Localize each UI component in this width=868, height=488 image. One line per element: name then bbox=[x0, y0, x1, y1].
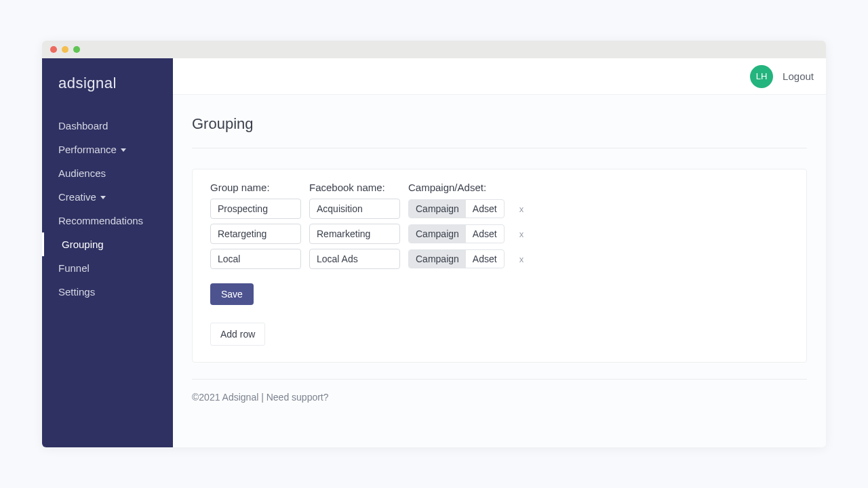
grouping-card: Group name: Facebook name: Campaign/Adse… bbox=[192, 169, 807, 363]
toggle-campaign[interactable]: Campaign bbox=[409, 200, 466, 218]
sidebar-item-label: Grouping bbox=[62, 239, 104, 250]
col-group-name: Group name: bbox=[210, 182, 301, 193]
window-titlebar bbox=[42, 41, 826, 58]
toggle-adset[interactable]: Adset bbox=[466, 250, 504, 268]
sidebar-item-label: Audiences bbox=[58, 167, 106, 179]
sidebar-item-recommendations[interactable]: Recommendations bbox=[42, 209, 173, 232]
toggle-campaign[interactable]: Campaign bbox=[409, 225, 466, 243]
grouping-row: Campaign Adset x bbox=[210, 224, 789, 244]
facebook-name-input[interactable] bbox=[309, 224, 400, 244]
sidebar-nav: Dashboard Performance Audiences Creative… bbox=[42, 114, 173, 304]
window-close-dot[interactable] bbox=[50, 46, 57, 53]
sidebar-item-grouping[interactable]: Grouping bbox=[42, 232, 173, 256]
delete-row-button[interactable]: x bbox=[513, 229, 531, 239]
sidebar-item-label: Settings bbox=[58, 286, 95, 298]
sidebar: adsignal Dashboard Performance Audiences… bbox=[42, 58, 173, 447]
app-window: adsignal Dashboard Performance Audiences… bbox=[42, 41, 826, 447]
sidebar-item-settings[interactable]: Settings bbox=[42, 280, 173, 304]
facebook-name-input[interactable] bbox=[309, 199, 400, 219]
group-name-input[interactable] bbox=[210, 249, 301, 269]
footer-support-link[interactable]: Need support? bbox=[267, 392, 329, 403]
footer-copyright: ©2021 Adsignal bbox=[192, 392, 258, 403]
toggle-campaign[interactable]: Campaign bbox=[409, 250, 466, 268]
footer: ©2021 Adsignal | Need support? bbox=[192, 379, 807, 403]
campaign-adset-toggle: Campaign Adset bbox=[408, 224, 505, 243]
delete-row-button[interactable]: x bbox=[513, 204, 531, 214]
column-headers: Group name: Facebook name: Campaign/Adse… bbox=[210, 182, 789, 193]
chevron-down-icon bbox=[121, 148, 126, 152]
page-title: Grouping bbox=[192, 111, 807, 148]
grouping-row: Campaign Adset x bbox=[210, 249, 789, 269]
save-button[interactable]: Save bbox=[210, 283, 254, 305]
sidebar-item-dashboard[interactable]: Dashboard bbox=[42, 114, 173, 138]
sidebar-item-label: Recommendations bbox=[58, 215, 143, 226]
sidebar-item-audiences[interactable]: Audiences bbox=[42, 161, 173, 185]
logout-link[interactable]: Logout bbox=[783, 70, 814, 82]
topbar: LH Logout bbox=[173, 58, 826, 95]
sidebar-item-label: Dashboard bbox=[58, 120, 108, 131]
window-zoom-dot[interactable] bbox=[73, 46, 80, 53]
toggle-adset[interactable]: Adset bbox=[466, 200, 504, 218]
delete-row-button[interactable]: x bbox=[513, 254, 531, 264]
window-minimize-dot[interactable] bbox=[62, 46, 68, 53]
toggle-adset[interactable]: Adset bbox=[466, 225, 504, 243]
avatar[interactable]: LH bbox=[750, 65, 773, 88]
sidebar-item-creative[interactable]: Creative bbox=[42, 185, 173, 209]
col-campaign-adset: Campaign/Adset: bbox=[408, 182, 510, 193]
grouping-row: Campaign Adset x bbox=[210, 199, 789, 219]
content: Grouping Group name: Facebook name: Camp… bbox=[173, 95, 826, 447]
sidebar-item-performance[interactable]: Performance bbox=[42, 138, 173, 161]
sidebar-item-funnel[interactable]: Funnel bbox=[42, 256, 173, 280]
sidebar-item-label: Performance bbox=[58, 144, 117, 155]
main-area: LH Logout Grouping Group name: Facebook … bbox=[173, 58, 826, 447]
footer-separator: | bbox=[258, 392, 266, 403]
sidebar-item-label: Funnel bbox=[58, 262, 90, 274]
group-name-input[interactable] bbox=[210, 224, 301, 244]
app-body: adsignal Dashboard Performance Audiences… bbox=[42, 58, 826, 447]
brand-logo: adsignal bbox=[42, 70, 173, 114]
campaign-adset-toggle: Campaign Adset bbox=[408, 249, 505, 268]
sidebar-item-label: Creative bbox=[58, 191, 96, 203]
chevron-down-icon bbox=[100, 196, 106, 199]
facebook-name-input[interactable] bbox=[309, 249, 400, 269]
group-name-input[interactable] bbox=[210, 199, 301, 219]
add-row-button[interactable]: Add row bbox=[210, 323, 265, 346]
col-facebook-name: Facebook name: bbox=[309, 182, 400, 193]
campaign-adset-toggle: Campaign Adset bbox=[408, 199, 505, 218]
